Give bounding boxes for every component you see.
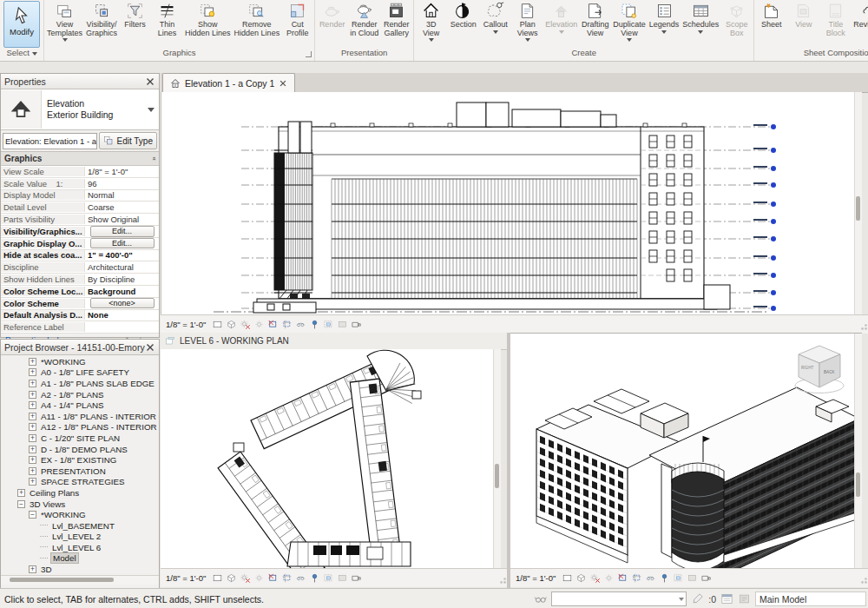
property-row-default-analysis-d[interactable]: Default Analysis D...None <box>1 310 159 322</box>
tree-item-3d-views[interactable]: −3D Views <box>1 499 159 510</box>
drafting-view-button[interactable]: DraftingView <box>579 0 611 37</box>
tab-elevation-1-a-copy-1[interactable]: Elevation 1 - a Copy 1 <box>162 73 295 92</box>
graybox-icon[interactable] <box>337 572 348 584</box>
filters-button[interactable]: Filters <box>119 0 151 30</box>
crop-icon[interactable] <box>281 572 293 584</box>
property-value[interactable]: 96 <box>85 179 159 188</box>
expand-icon[interactable]: + <box>29 391 36 399</box>
scale-button[interactable]: 1/8" = 1'-0" <box>166 320 206 329</box>
section-header-graphics[interactable]: Graphics» <box>1 152 159 166</box>
croplock-icon[interactable] <box>351 572 362 584</box>
tree-item-a0-1-8-life-safety[interactable]: +A0 - 1/8" LIFE SAFETY <box>1 367 159 379</box>
tree-item-space-strategies[interactable]: +SPACE STRATEGIES <box>1 477 159 488</box>
vertical-scrollbar[interactable] <box>854 334 862 569</box>
render-in-cloud-button[interactable]: Renderin Cloud <box>348 0 380 37</box>
tree-item-a1-1-8-plans-slab-edge[interactable]: +A1 - 1/8" PLANS SLAB EDGE <box>1 378 159 389</box>
cropx-icon[interactable] <box>267 319 279 330</box>
tree-item-model[interactable]: Model <box>1 553 159 565</box>
expand-icon[interactable]: + <box>29 446 36 453</box>
plan-window-title[interactable]: LEVEL 6 - WORKING PLAN <box>161 333 511 350</box>
vs-icon[interactable] <box>212 319 223 330</box>
collapse-icon[interactable]: − <box>17 500 25 508</box>
design-options-icon[interactable] <box>720 592 733 605</box>
property-value[interactable]: Normal <box>85 190 159 200</box>
cropx-icon[interactable] <box>617 572 628 584</box>
tree-item-3d[interactable]: +3D <box>1 564 159 575</box>
property-row-view-scale[interactable]: View Scale1/8" = 1'-0" <box>1 166 159 178</box>
callout-button[interactable]: Callout <box>479 0 511 34</box>
property-row-color-scheme[interactable]: Color Scheme<none> <box>1 298 159 310</box>
tree-item-lvl-level-2[interactable]: Lvl_LEVEL 2 <box>1 532 159 543</box>
view-templates-button[interactable]: ViewTemplates <box>45 0 84 42</box>
revisions-button[interactable]: Revisions <box>852 0 868 30</box>
tree-item-a11-1-8-plans-interior-fin[interactable]: +A11 - 1/8" PLANS - INTERIOR FIN <box>1 411 159 422</box>
ribbon-group-label-select[interactable]: Select <box>6 48 36 59</box>
expand-icon[interactable]: + <box>29 478 36 486</box>
property-value[interactable]: Edit... <box>85 226 159 237</box>
3d-viewport[interactable]: RIGHTBACK <box>510 333 862 569</box>
remove-hidden-lines-button[interactable]: RemoveHidden Lines <box>233 0 282 37</box>
property-row-reference-label[interactable]: Reference Label <box>1 321 159 334</box>
expand-icon[interactable]: + <box>29 423 36 431</box>
property-value[interactable]: 1" = 400'-0" <box>85 250 159 260</box>
crop-icon[interactable] <box>281 319 293 330</box>
cropx-icon[interactable] <box>267 572 279 584</box>
tree-item-ex-1-8-existing[interactable]: +EX - 1/8" EXISTING <box>1 454 159 466</box>
graybox-icon[interactable] <box>687 572 698 584</box>
tree-item-a2-1-8-plans[interactable]: +A2 - 1/8" PLANS <box>1 389 159 400</box>
scrollbar-thumb[interactable] <box>856 196 860 221</box>
vertical-scrollbar[interactable] <box>493 349 501 568</box>
dialog-launcher-icon[interactable] <box>306 51 312 57</box>
legends-button[interactable]: Legends <box>648 0 681 34</box>
tree-item-a12-1-8-plans-interior-fu[interactable]: +A12 - 1/8" PLANS - INTERIOR FU <box>1 422 159 433</box>
vertical-scrollbar[interactable] <box>854 92 862 314</box>
3d-view-button[interactable]: 3DView <box>415 0 447 42</box>
close-icon[interactable] <box>145 342 155 353</box>
vs-icon[interactable] <box>562 572 573 584</box>
cube-icon[interactable] <box>226 319 237 330</box>
tree-item-presentation[interactable]: +PRESENTATION <box>1 466 159 477</box>
expand-icon[interactable]: + <box>29 368 36 376</box>
scale-button[interactable]: 1/8" = 1'-0" <box>516 573 556 583</box>
property-value[interactable]: Edit... <box>85 238 159 249</box>
edit-type-button[interactable]: Edit Type <box>99 132 157 149</box>
chevron-down-icon[interactable] <box>148 108 155 112</box>
render-gallery-button[interactable]: RenderGallery <box>380 0 412 37</box>
collapse-icon[interactable]: − <box>29 511 36 519</box>
tempbox-icon[interactable] <box>323 319 334 330</box>
type-selector[interactable]: Elevation Exterior Building <box>1 89 159 130</box>
pin-icon[interactable] <box>659 572 670 584</box>
property-row-parts-visibility[interactable]: Parts VisibilityShow Original <box>1 214 159 226</box>
instance-selector[interactable]: Elevation: Elevation 1 - a Cop <box>3 133 97 149</box>
property-row-detail-level[interactable]: Detail LevelCoarse <box>1 202 159 214</box>
graybox-icon[interactable] <box>337 319 348 330</box>
vs-icon[interactable] <box>212 572 223 584</box>
sunx-icon[interactable] <box>589 572 601 584</box>
expand-icon[interactable]: + <box>29 380 36 387</box>
cube-icon[interactable] <box>226 572 237 584</box>
tree-item-c-1-20-site-plan[interactable]: +C - 1/20" SITE PLAN <box>1 433 159 444</box>
property-value[interactable]: 1/8" = 1'-0" <box>85 167 159 176</box>
pin-icon[interactable] <box>309 319 320 330</box>
sheet-button[interactable]: Sheet <box>755 0 787 30</box>
visibility-graphics-button[interactable]: Visibility/Graphics <box>84 0 119 37</box>
property-row-color-scheme-loc[interactable]: Color Scheme Loc...Background <box>1 286 159 298</box>
expand-icon[interactable]: + <box>29 401 36 409</box>
expand-icon[interactable]: + <box>29 434 36 442</box>
property-value[interactable]: Background <box>85 287 159 296</box>
property-row-graphic-display-o[interactable]: Graphic Display O...Edit... <box>1 238 159 250</box>
schedules-button[interactable]: Schedules <box>681 0 720 34</box>
wheel-icon[interactable] <box>295 319 306 330</box>
section-button[interactable]: Section <box>447 0 479 30</box>
expand-icon[interactable]: + <box>29 358 36 366</box>
property-value[interactable]: Show Original <box>85 215 159 224</box>
viewcube[interactable]: RIGHTBACK <box>795 346 844 393</box>
croplock-icon[interactable] <box>351 319 362 330</box>
property-value[interactable]: None <box>85 310 159 320</box>
sun-icon[interactable] <box>253 319 265 330</box>
wheel-icon[interactable] <box>645 572 656 584</box>
scrollbar-thumb[interactable] <box>10 578 114 582</box>
tree-item-a4-1-4-plans[interactable]: +A4 - 1/4" PLANS <box>1 400 159 411</box>
modify-button[interactable]: Modify <box>3 1 40 48</box>
property-row-show-hidden-lines[interactable]: Show Hidden LinesBy Discipline <box>1 274 159 286</box>
